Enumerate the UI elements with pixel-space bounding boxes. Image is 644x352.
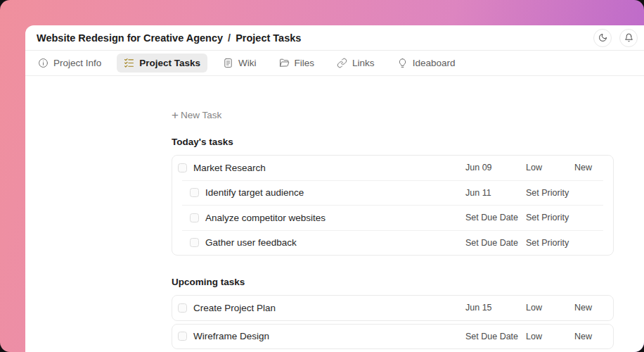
due-date-cell[interactable]: Set Due Date xyxy=(465,213,526,222)
link-icon xyxy=(337,58,347,68)
task-card-upcoming-2: Wireframe Design Set Due Date Low New xyxy=(172,324,614,350)
dark-mode-button[interactable] xyxy=(593,29,612,47)
tab-wiki[interactable]: Wiki xyxy=(216,54,264,73)
notifications-button[interactable] xyxy=(619,29,638,47)
task-list-icon xyxy=(124,58,134,68)
breadcrumb: Website Redesign for Creative Agency / P… xyxy=(37,32,301,44)
status-cell[interactable]: New xyxy=(574,332,613,341)
task-checkbox[interactable] xyxy=(190,238,199,247)
priority-cell[interactable]: Set Priority xyxy=(526,238,574,248)
app-window: Website Redesign for Creative Agency / P… xyxy=(0,0,644,352)
task-row[interactable]: Market Research Jun 09 Low New xyxy=(172,156,613,180)
content-area: + New Task Today's tasks Market Research… xyxy=(25,76,644,349)
due-date-cell[interactable]: Set Due Date xyxy=(465,332,526,341)
task-row[interactable]: Gather user feedback Set Due Date Set Pr… xyxy=(172,231,613,256)
tab-files[interactable]: Files xyxy=(272,54,322,73)
header-actions xyxy=(593,29,638,47)
breadcrumb-page: Project Tasks xyxy=(236,32,301,44)
status-cell[interactable]: New xyxy=(574,303,613,313)
priority-cell[interactable]: Set Priority xyxy=(526,213,574,222)
due-date-cell[interactable]: Jun 11 xyxy=(465,188,526,198)
task-row[interactable]: Wireframe Design Set Due Date Low New xyxy=(172,325,613,349)
task-checkbox[interactable] xyxy=(190,213,199,222)
tab-label: Files xyxy=(295,58,315,68)
tab-bar: Project Info Project Tasks Wiki xyxy=(25,51,644,76)
breadcrumb-project[interactable]: Website Redesign for Creative Agency xyxy=(37,32,223,44)
task-card-upcoming-1: Create Project Plan Jun 15 Low New xyxy=(172,295,614,321)
priority-cell[interactable]: Low xyxy=(526,332,574,341)
task-name[interactable]: Wireframe Design xyxy=(193,331,465,341)
tab-label: Project Tasks xyxy=(139,58,200,68)
due-date-cell[interactable]: Jun 15 xyxy=(465,303,526,313)
status-cell[interactable]: New xyxy=(574,163,613,172)
plus-icon: + xyxy=(172,111,179,120)
task-row[interactable]: Create Project Plan Jun 15 Low New xyxy=(172,296,613,320)
info-circle-icon xyxy=(38,58,49,68)
tab-links[interactable]: Links xyxy=(330,54,382,73)
header: Website Redesign for Creative Agency / P… xyxy=(25,25,644,51)
document-icon xyxy=(223,58,233,68)
tab-label: Ideaboard xyxy=(413,58,456,68)
tab-label: Links xyxy=(352,58,375,68)
tab-label: Project Info xyxy=(53,58,101,68)
task-checkbox[interactable] xyxy=(178,163,187,172)
due-date-cell[interactable]: Jun 09 xyxy=(465,163,526,172)
due-date-cell[interactable]: Set Due Date xyxy=(465,238,526,248)
main-panel: Website Redesign for Creative Agency / P… xyxy=(25,25,644,352)
task-row[interactable]: Analyze competitor websites Set Due Date… xyxy=(172,206,613,230)
priority-cell[interactable]: Low xyxy=(526,163,574,172)
task-row[interactable]: Identify target audience Jun 11 Set Prio… xyxy=(172,181,613,206)
task-name[interactable]: Identify target audience xyxy=(205,187,465,198)
section-heading-today: Today's tasks xyxy=(172,137,644,147)
lightbulb-icon xyxy=(397,58,408,68)
task-checkbox[interactable] xyxy=(178,303,187,313)
tab-project-tasks[interactable]: Project Tasks xyxy=(117,54,207,73)
tab-project-info[interactable]: Project Info xyxy=(31,54,108,73)
tab-label: Wiki xyxy=(238,58,257,68)
priority-cell[interactable]: Set Priority xyxy=(526,188,574,198)
priority-cell[interactable]: Low xyxy=(526,303,574,313)
task-name[interactable]: Analyze competitor websites xyxy=(205,213,465,223)
tab-ideaboard[interactable]: Ideaboard xyxy=(390,54,463,73)
task-checkbox[interactable] xyxy=(178,332,187,341)
section-heading-upcoming: Upcoming tasks xyxy=(172,277,644,287)
folder-icon xyxy=(279,58,290,68)
task-name[interactable]: Gather user feedback xyxy=(205,237,465,248)
new-task-label: New Task xyxy=(181,110,221,120)
task-name[interactable]: Create Project Plan xyxy=(193,303,465,313)
breadcrumb-separator: / xyxy=(228,32,231,44)
task-checkbox[interactable] xyxy=(190,188,199,197)
task-name[interactable]: Market Research xyxy=(193,163,465,173)
task-card-today: Market Research Jun 09 Low New Identify … xyxy=(172,155,614,256)
new-task-button[interactable]: + New Task xyxy=(172,110,221,120)
bell-icon xyxy=(624,33,633,42)
moon-icon xyxy=(598,33,607,42)
